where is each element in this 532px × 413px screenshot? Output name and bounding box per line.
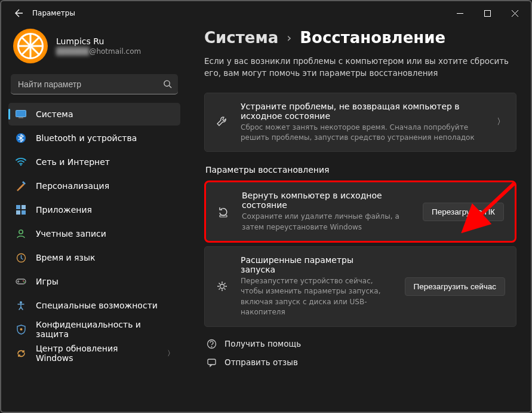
sidebar-item-bluetooth[interactable]: Bluetooth и устройства	[8, 127, 180, 149]
card-troubleshoot[interactable]: Устраните проблемы, не возвращая компьют…	[204, 93, 516, 152]
sidebar-item-label: Игры	[36, 277, 59, 286]
reset-icon	[216, 205, 231, 218]
sidebar-item-label: Приложения	[36, 205, 92, 215]
svg-point-20	[211, 346, 212, 347]
get-help-link[interactable]: Получить помощь	[205, 339, 516, 349]
shield-icon	[16, 324, 26, 335]
svg-rect-3	[19, 117, 23, 118]
user-name: Lumpics Ru	[56, 36, 141, 46]
accessibility-icon	[16, 300, 26, 311]
sidebar-item-label: Конфиденциальность и защита	[36, 320, 174, 339]
svg-point-13	[23, 280, 24, 282]
svg-rect-7	[21, 205, 26, 209]
bluetooth-icon	[16, 133, 26, 143]
sidebar-item-label: Система	[36, 109, 73, 119]
sidebar-item-time[interactable]: Время и язык	[8, 246, 180, 269]
window-title: Параметры	[32, 9, 75, 17]
chevron-right-icon: 〉	[167, 348, 174, 359]
paintbrush-icon	[16, 181, 26, 191]
sidebar-item-system[interactable]: Система	[8, 103, 180, 126]
section-title: Параметры восстановления	[205, 165, 516, 175]
user-block[interactable]: Lumpics Ru ██████@hotmail.com	[7, 25, 182, 71]
sidebar-item-label: Персонализация	[36, 181, 109, 191]
search-box[interactable]	[11, 74, 178, 94]
svg-rect-21	[208, 359, 216, 365]
display-icon	[16, 109, 26, 120]
svg-point-15	[20, 301, 22, 304]
sidebar-item-label: Центр обновления Windows	[36, 344, 158, 363]
clock-globe-icon	[16, 252, 26, 263]
feedback-link[interactable]: Отправить отзыв	[205, 357, 516, 368]
search-icon	[163, 79, 172, 88]
person-icon	[16, 228, 26, 239]
sidebar: Lumpics Ru ██████@hotmail.com Система Bl…	[1, 25, 187, 412]
svg-point-1	[164, 81, 170, 86]
svg-point-18	[220, 284, 225, 289]
main-content: Система › Восстановление Если у вас возн…	[187, 25, 531, 412]
sidebar-item-label: Сеть и Интернет	[36, 157, 110, 167]
chevron-right-icon: 〉	[497, 117, 505, 127]
sidebar-item-accessibility[interactable]: Специальные возможности	[8, 294, 180, 317]
svg-rect-8	[16, 210, 20, 215]
sidebar-item-personalize[interactable]: Персонализация	[8, 175, 180, 197]
card-desc: Перезапустите устройство сейчас, чтобы и…	[241, 276, 389, 318]
sidebar-item-apps[interactable]: Приложения	[8, 198, 180, 221]
card-advanced-startup: Расширенные параметры запуска Перезапуст…	[204, 246, 516, 327]
help-icon	[205, 339, 217, 349]
maximize-button[interactable]	[473, 4, 501, 23]
wifi-icon	[16, 157, 26, 167]
close-button[interactable]	[501, 4, 528, 23]
svg-point-10	[19, 230, 23, 234]
page-title: Восстановление	[300, 29, 445, 47]
wrench-icon	[214, 115, 230, 129]
sidebar-item-label: Учетные записи	[36, 229, 106, 238]
breadcrumb: Система › Восстановление	[204, 29, 516, 47]
sidebar-item-privacy[interactable]: Конфиденциальность и защита	[8, 318, 180, 341]
link-label: Отправить отзыв	[225, 357, 298, 367]
sidebar-item-label: Время и язык	[36, 253, 95, 262]
link-label: Получить помощь	[225, 339, 301, 348]
apps-icon	[16, 204, 26, 215]
restart-now-button[interactable]: Перезагрузить сейчас	[405, 277, 505, 296]
sidebar-item-label: Специальные возможности	[36, 301, 158, 310]
sidebar-item-update[interactable]: Центр обновления Windows 〉	[8, 342, 180, 365]
back-button[interactable]	[10, 4, 27, 22]
card-title: Вернуть компьютер в исходное состояние	[242, 191, 407, 210]
sidebar-item-gaming[interactable]: Игры	[8, 270, 180, 293]
avatar	[13, 29, 48, 63]
card-title: Устраните проблемы, не возвращая компьют…	[241, 102, 486, 121]
titlebar: Параметры	[1, 1, 531, 25]
nav-list: Система Bluetooth и устройства Сеть и Ин…	[7, 103, 182, 365]
sidebar-item-accounts[interactable]: Учетные записи	[8, 222, 180, 245]
advanced-startup-icon	[214, 280, 230, 293]
card-desc: Сброс может занять некоторое время. Снач…	[241, 123, 486, 143]
chevron-right-icon: ›	[287, 30, 291, 45]
user-email: ██████@hotmail.com	[56, 47, 141, 56]
gamepad-icon	[16, 276, 26, 287]
update-icon	[16, 348, 26, 359]
reset-pc-button[interactable]: Перезагрузка ПК	[423, 203, 504, 221]
svg-point-14	[24, 282, 25, 283]
svg-point-16	[20, 328, 22, 331]
svg-rect-9	[21, 210, 26, 215]
svg-point-5	[20, 164, 22, 166]
feedback-icon	[205, 357, 217, 368]
intro-text: Если у вас возникли проблемы с компьютер…	[204, 55, 509, 79]
breadcrumb-parent[interactable]: Система	[204, 29, 278, 47]
card-title: Расширенные параметры запуска	[241, 255, 389, 274]
svg-rect-6	[16, 205, 20, 209]
svg-rect-2	[16, 111, 26, 117]
minimize-button[interactable]	[446, 4, 473, 23]
sidebar-item-network[interactable]: Сеть и Интернет	[8, 151, 180, 173]
svg-rect-0	[484, 10, 490, 16]
card-desc: Сохраните или удалите личные файлы, а за…	[242, 212, 407, 232]
card-reset-pc: Вернуть компьютер в исходное состояние С…	[204, 181, 516, 243]
svg-rect-17	[220, 215, 227, 217]
sidebar-item-label: Bluetooth и устройства	[36, 133, 137, 143]
search-input[interactable]	[18, 79, 163, 89]
